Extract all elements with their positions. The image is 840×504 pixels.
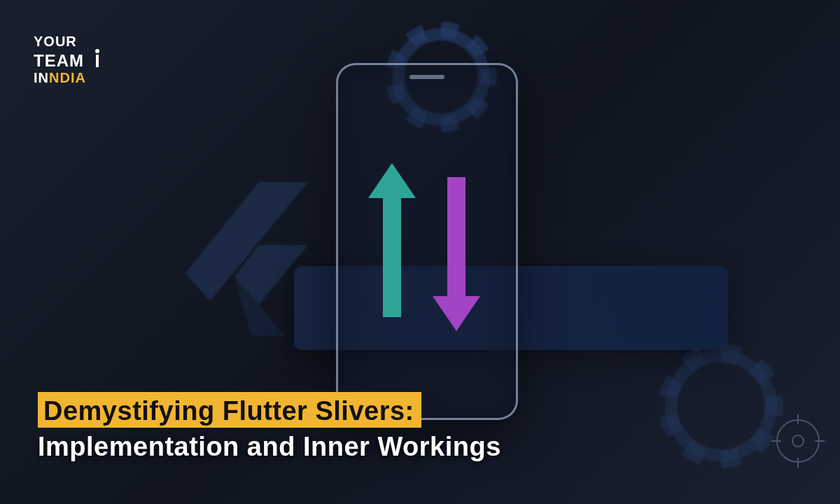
arrow-up-icon [379, 163, 405, 317]
logo-line-1: YOUR [34, 34, 102, 49]
gear-icon [665, 350, 777, 462]
logo-line-2: TEAM [34, 49, 102, 70]
spiral-icon [770, 413, 826, 469]
svg-point-3 [792, 435, 804, 447]
phone-frame-icon [336, 63, 518, 420]
flutter-logo-icon [182, 182, 308, 336]
logo-line-3: INNDIA [34, 70, 102, 85]
arrow-down-icon [443, 177, 470, 331]
person-icon [92, 49, 102, 70]
title-highlighted: Demystifying Flutter Slivers: [38, 392, 421, 428]
page-title: Demystifying Flutter Slivers: Implementa… [38, 392, 501, 462]
brand-logo: YOUR TEAM INNDIA [34, 34, 102, 85]
title-subtitle: Implementation and Inner Workings [38, 432, 501, 462]
